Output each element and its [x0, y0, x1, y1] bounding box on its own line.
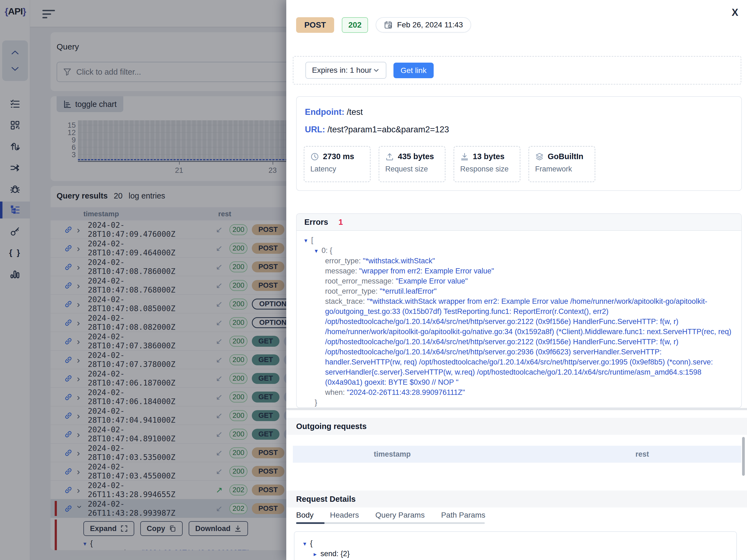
stat-card-response-size: 13 bytesResponse size	[454, 146, 520, 182]
stat-cards: 2730 msLatency435 bytesRequest size13 by…	[304, 146, 595, 182]
request-details-header: Request Details	[286, 490, 747, 508]
close-drawer-button[interactable]: X	[732, 8, 738, 18]
json-line: ▾0: {	[303, 246, 735, 256]
download-icon	[460, 152, 469, 161]
json-line: ▾{	[302, 538, 736, 549]
tab-path-params[interactable]: Path Params	[441, 511, 485, 519]
status-badge: 202	[342, 17, 368, 33]
endpoint-card: Endpoint: /test URL: /test?param1=abc&pa…	[296, 96, 742, 191]
drawer-scrollbar[interactable]	[742, 437, 745, 476]
share-link-box: Expires in: 1 hour Get link	[293, 56, 741, 84]
request-detail-drawer: X POST 202 Feb 26, 2024 11:43 Expires in…	[286, 0, 747, 560]
tab-query-params[interactable]: Query Params	[376, 511, 425, 519]
collapse-node-icon[interactable]: ▾	[303, 540, 306, 547]
outgoing-col-rest: rest	[636, 450, 649, 459]
expand-node-icon[interactable]: ▸	[314, 551, 317, 558]
stat-card-framework: GoBuiltInFramework	[529, 146, 595, 182]
tab-underline-track	[296, 522, 485, 524]
tab-body[interactable]: Body	[296, 511, 314, 519]
outgoing-col-timestamp: timestamp	[374, 450, 411, 459]
get-link-button[interactable]: Get link	[393, 62, 434, 78]
endpoint-line: Endpoint: /test	[305, 107, 363, 117]
json-line: root_error_message: "Example Error value…	[303, 276, 735, 286]
select-chevron-icon	[373, 67, 380, 74]
section-divider	[286, 408, 747, 410]
upload-icon	[385, 152, 394, 161]
json-line: message: "wrapper from err2: Example Err…	[303, 266, 735, 276]
errors-count: 1	[338, 218, 343, 227]
clock-icon	[310, 152, 319, 161]
expires-select[interactable]: Expires in: 1 hour	[305, 62, 386, 79]
url-line: URL: /test?param1=abc&param2=123	[305, 125, 449, 134]
collapse-node-icon[interactable]: ▾	[304, 237, 307, 244]
json-line: when: "2024-02-26T11:43:28.990976111Z"	[303, 387, 735, 398]
request-body-json: ▾{▸send: {2} status: "request"	[294, 531, 737, 560]
json-line: ▸send: {2}	[302, 549, 736, 559]
json-line: error_type: "*withstack.withStack"	[303, 256, 735, 266]
json-line: }	[303, 398, 735, 408]
json-line: stack_trace: "*withstack.withStack wrapp…	[303, 297, 735, 387]
errors-title: Errors	[304, 218, 328, 227]
endpoint-value: /test	[347, 107, 363, 117]
request-details-tabs: BodyHeadersQuery ParamsPath Params	[296, 511, 485, 519]
errors-card: Errors 1 ▾[▾0: {error_type: "*withstack.…	[296, 213, 742, 408]
tab-headers[interactable]: Headers	[330, 511, 359, 519]
stat-card-request-size: 435 bytesRequest size	[379, 146, 445, 182]
apitoolkit-log-explorer: {API} { }	[0, 0, 747, 560]
errors-header: Errors 1	[297, 214, 741, 231]
request-date: Feb 26, 2024 11:43	[397, 21, 463, 29]
outgoing-table-header: timestamp rest	[293, 446, 741, 463]
errors-json-tree: ▾[▾0: {error_type: "*withstack.withStack…	[297, 231, 741, 408]
stat-card-latency: 2730 msLatency	[304, 146, 370, 182]
date-pill[interactable]: Feb 26, 2024 11:43	[376, 17, 471, 32]
json-line: ▾[	[303, 235, 735, 246]
method-badge: POST	[296, 17, 334, 33]
active-tab-underline	[296, 522, 325, 524]
layers-icon	[535, 152, 544, 161]
collapse-node-icon[interactable]: ▾	[315, 248, 318, 254]
json-line: root_error_type: "*errutil.leafError"	[303, 286, 735, 297]
url-value: /test?param1=abc&param2=123	[328, 125, 449, 134]
outgoing-requests-header: Outgoing requests	[286, 418, 747, 435]
drawer-header-badges: POST 202 Feb 26, 2024 11:43	[296, 17, 471, 33]
calendar-clock-icon	[384, 21, 393, 29]
